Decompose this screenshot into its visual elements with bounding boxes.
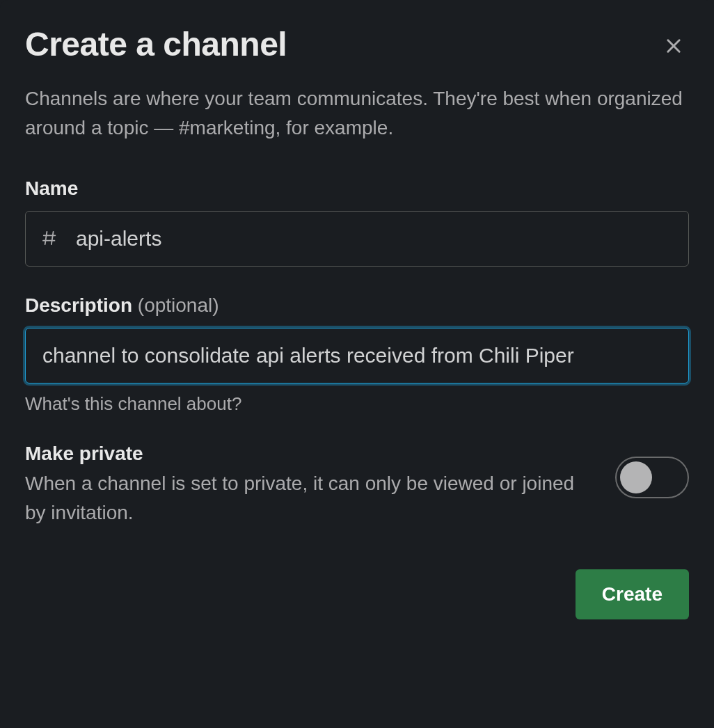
private-description: When a channel is set to private, it can… bbox=[25, 469, 587, 528]
modal-title: Create a channel bbox=[25, 25, 287, 63]
name-input-wrapper bbox=[25, 211, 689, 267]
toggle-knob bbox=[620, 461, 652, 493]
close-button[interactable] bbox=[658, 31, 689, 63]
description-form-group: Description (optional) What's this chann… bbox=[25, 294, 689, 415]
description-input-wrapper bbox=[25, 328, 689, 383]
name-form-group: Name bbox=[25, 177, 689, 267]
close-icon bbox=[664, 36, 683, 58]
optional-text: (optional) bbox=[138, 294, 219, 316]
private-title: Make private bbox=[25, 443, 587, 465]
private-text-block: Make private When a channel is set to pr… bbox=[25, 443, 587, 528]
description-help-text: What's this channel about? bbox=[25, 393, 689, 415]
description-label: Description (optional) bbox=[25, 294, 689, 317]
modal-footer: Create bbox=[25, 569, 689, 619]
modal-header: Create a channel bbox=[25, 25, 689, 63]
create-channel-modal: Create a channel Channels are where your… bbox=[0, 0, 714, 728]
name-input[interactable] bbox=[26, 212, 688, 266]
description-label-text: Description bbox=[25, 294, 132, 316]
create-button[interactable]: Create bbox=[576, 569, 689, 619]
modal-description: Channels are where your team communicate… bbox=[25, 84, 689, 143]
description-input[interactable] bbox=[26, 329, 688, 383]
name-label: Name bbox=[25, 177, 689, 200]
private-section: Make private When a channel is set to pr… bbox=[25, 443, 689, 528]
private-toggle[interactable] bbox=[615, 457, 689, 498]
